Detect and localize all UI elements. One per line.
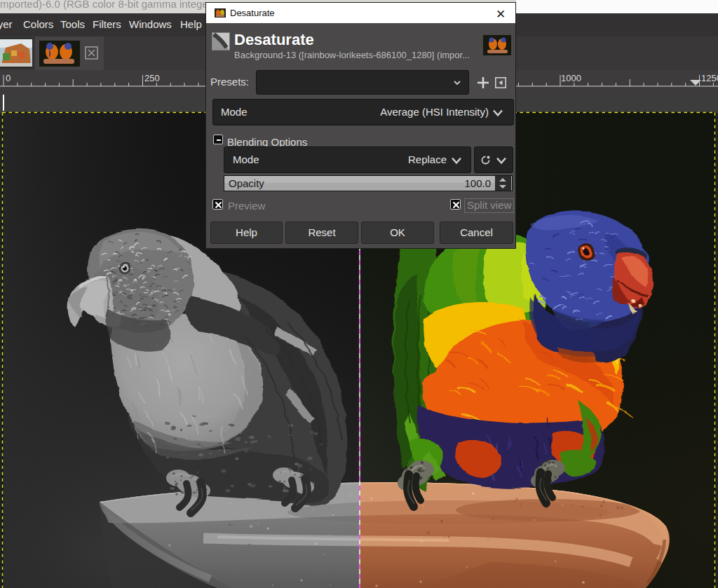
- svg-text:1250: 1250: [701, 73, 718, 83]
- svg-text:1000: 1000: [561, 73, 581, 83]
- svg-text:250: 250: [144, 73, 160, 83]
- svg-text:0: 0: [6, 73, 11, 83]
